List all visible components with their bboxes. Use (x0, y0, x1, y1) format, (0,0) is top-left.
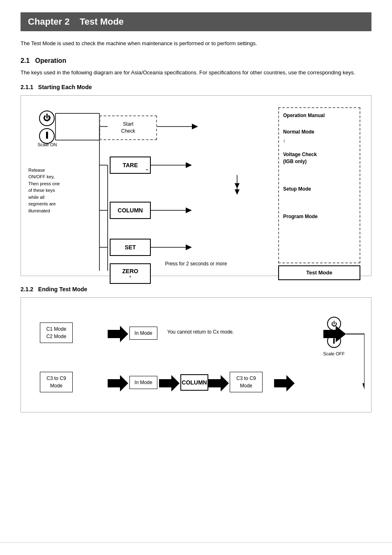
release-label: ReleaseON/OFF key,Then press oneof these… (28, 167, 78, 214)
section-21-title: Operation (35, 57, 67, 64)
chapter-header: Chapter 2 Test Mode (21, 12, 371, 31)
svg-marker-28 (159, 375, 180, 391)
in-mode-1-label: In Mode (134, 330, 152, 336)
normal-mode-label: Normal Mode (283, 129, 355, 136)
section-212-heading: 2.1.2 Ending Test Mode (21, 286, 371, 292)
svg-marker-7 (186, 207, 192, 213)
cannot-return-label: You cannot return to Cx mode. (167, 329, 234, 335)
d2-power-on-icon: ⏻ (327, 317, 341, 331)
chapter-intro: The Test Mode is used to check the machi… (21, 39, 371, 48)
section-211-label: 2.1.1 (21, 84, 33, 90)
c1c2-mode-box: C1 ModeC2 Mode (40, 322, 73, 343)
column-key-d2: COLUMN (180, 374, 208, 391)
voltage-check-label: Voltage Check (IGB only) (283, 151, 355, 165)
tare-minus: − (146, 167, 148, 172)
svg-marker-31 (274, 375, 295, 391)
setup-mode-label: Setup Mode (283, 186, 355, 193)
column-label: COLUMN (118, 207, 143, 214)
diagram-ending-modes: C1 ModeC2 Mode In Mode You cannot return… (21, 297, 371, 412)
svg-marker-29 (208, 375, 229, 391)
d2-power-off-icon: ⏽ (327, 334, 341, 348)
set-label: SET (125, 244, 136, 251)
svg-marker-9 (186, 244, 192, 250)
section-21-heading: 2.1 Operation (21, 57, 371, 64)
igb-only-text: (IGB only) (283, 159, 307, 164)
start-check-box: StartCheck (99, 115, 157, 140)
press-label: Press for 2 seconds or more (165, 261, 227, 267)
test-mode-box: Test Mode (278, 265, 360, 280)
power-icons-group: ⏻ ⏽ (39, 111, 55, 144)
c3c9-return-box: C3 to C9Mode (230, 372, 263, 392)
power-on-icon: ⏻ (39, 111, 55, 126)
svg-marker-13 (192, 124, 198, 129)
key-set: SET (110, 239, 151, 256)
diagram-starting-modes: ⏻ ⏽ Scale ON ReleaseON/OFF key,Then pres… (21, 95, 371, 276)
section-212-title: Ending Test Mode (38, 286, 88, 292)
voltage-check-text: Voltage Check (283, 152, 317, 157)
tare-label: TARE (122, 162, 138, 168)
c3c9-mode-box: C3 to C9Mode (40, 372, 73, 392)
zero-plus-label: + (129, 274, 131, 279)
program-mode-label: Program Mode (283, 213, 355, 220)
key-column: COLUMN (110, 202, 151, 219)
chapter-title-text: Test Mode (80, 16, 124, 27)
section-21-label: 2.1 (21, 57, 30, 64)
section-211-heading: 2.1.1 Starting Each Mode (21, 84, 371, 90)
power-off-icon: ⏽ (39, 128, 55, 144)
svg-marker-26 (108, 326, 128, 342)
double-arrow-label: ↕ (283, 138, 355, 143)
d2-power-icons: ⏻ ⏽ Scale OFF (323, 317, 345, 356)
svg-marker-34 (362, 383, 364, 389)
key-zero: ZERO + (110, 263, 151, 284)
scale-on-label: Scale ON (31, 142, 64, 147)
operation-manual-label: Operation Manual (283, 112, 355, 119)
in-mode-2-box: In Mode (129, 376, 157, 389)
start-check-label: StartCheck (121, 121, 135, 135)
test-mode-label: Test Mode (306, 269, 332, 276)
diagram1-inner: ⏻ ⏽ Scale ON ReleaseON/OFF key,Then pres… (28, 103, 364, 271)
svg-marker-5 (186, 162, 192, 168)
diagram2-svg (28, 305, 364, 407)
chapter-number: Chapter 2 (28, 16, 69, 27)
in-mode-2-label: In Mode (134, 380, 152, 385)
key-tare: TARE − (110, 157, 151, 174)
chapter-title: Chapter 2 Test Mode (28, 16, 124, 27)
section-211-title: Starting Each Mode (38, 84, 92, 90)
right-panel-dashed: Operation Manual Normal Mode ↕ Voltage C… (278, 107, 360, 263)
section-212-label: 2.1.2 (21, 286, 33, 292)
svg-marker-17 (235, 189, 240, 195)
zero-label: ZERO (122, 268, 138, 274)
page-container: Chapter 2 Test Mode The Test Mode is use… (0, 0, 392, 555)
page-bottom-rule (0, 542, 392, 543)
scale-off-label: Scale OFF (323, 351, 345, 356)
section-21-para: The keys used in the following diagram a… (21, 69, 371, 77)
svg-marker-15 (235, 183, 240, 189)
diagram2-inner: C1 ModeC2 Mode In Mode You cannot return… (28, 305, 364, 407)
svg-marker-27 (108, 375, 128, 391)
column-d2-label: COLUMN (182, 379, 207, 386)
in-mode-1-box: In Mode (129, 327, 157, 340)
